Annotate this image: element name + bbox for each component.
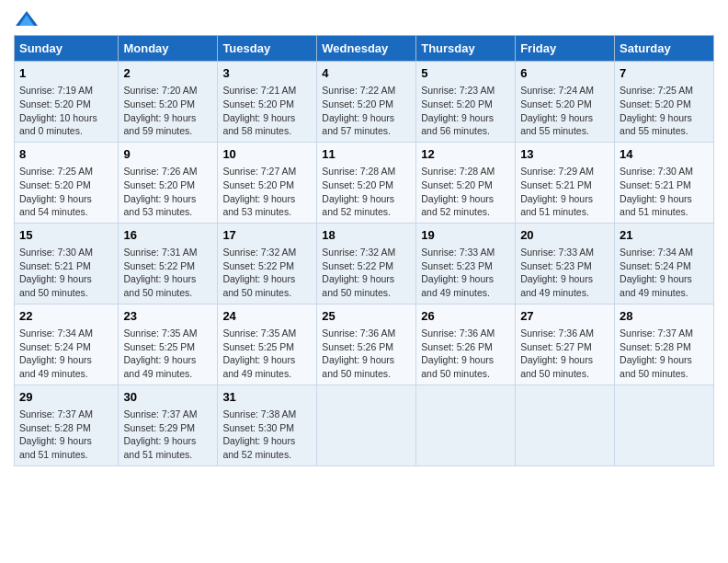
- day-number: 15: [19, 227, 113, 244]
- week-row-5: 29Sunrise: 7:37 AM Sunset: 5:28 PM Dayli…: [15, 385, 714, 465]
- calendar-table: SundayMondayTuesdayWednesdayThursdayFrid…: [14, 35, 714, 466]
- day-number: 1: [19, 65, 113, 82]
- day-number: 29: [19, 389, 113, 406]
- day-number: 25: [322, 308, 411, 325]
- day-cell: 25Sunrise: 7:36 AM Sunset: 5:26 PM Dayli…: [317, 304, 416, 385]
- day-info: Sunrise: 7:37 AM Sunset: 5:28 PM Dayligh…: [19, 408, 113, 462]
- day-info: Sunrise: 7:32 AM Sunset: 5:22 PM Dayligh…: [322, 246, 411, 300]
- day-info: Sunrise: 7:36 AM Sunset: 5:27 PM Dayligh…: [520, 327, 609, 381]
- day-number: 26: [421, 308, 510, 325]
- day-cell: 20Sunrise: 7:33 AM Sunset: 5:23 PM Dayli…: [516, 223, 615, 304]
- day-cell: 12Sunrise: 7:28 AM Sunset: 5:20 PM Dayli…: [416, 142, 516, 223]
- day-cell: 11Sunrise: 7:28 AM Sunset: 5:20 PM Dayli…: [317, 142, 416, 223]
- day-info: Sunrise: 7:28 AM Sunset: 5:20 PM Dayligh…: [322, 165, 411, 219]
- day-info: Sunrise: 7:24 AM Sunset: 5:20 PM Dayligh…: [520, 84, 609, 138]
- day-number: 4: [322, 65, 411, 82]
- header-saturday: Saturday: [615, 36, 714, 62]
- day-number: 11: [322, 146, 411, 163]
- day-info: Sunrise: 7:25 AM Sunset: 5:20 PM Dayligh…: [19, 165, 113, 219]
- day-number: 21: [620, 227, 709, 244]
- day-cell: [516, 385, 615, 465]
- day-number: 17: [222, 227, 312, 244]
- day-cell: 27Sunrise: 7:36 AM Sunset: 5:27 PM Dayli…: [516, 304, 615, 385]
- day-cell: 24Sunrise: 7:35 AM Sunset: 5:25 PM Dayli…: [218, 304, 317, 385]
- day-cell: [615, 385, 714, 465]
- day-cell: 16Sunrise: 7:31 AM Sunset: 5:22 PM Dayli…: [119, 223, 218, 304]
- day-cell: 17Sunrise: 7:32 AM Sunset: 5:22 PM Dayli…: [218, 223, 317, 304]
- day-cell: 22Sunrise: 7:34 AM Sunset: 5:24 PM Dayli…: [15, 304, 119, 385]
- header-friday: Friday: [516, 36, 615, 62]
- day-cell: 10Sunrise: 7:27 AM Sunset: 5:20 PM Dayli…: [218, 142, 317, 223]
- day-cell: 26Sunrise: 7:36 AM Sunset: 5:26 PM Dayli…: [416, 304, 516, 385]
- day-number: 27: [520, 308, 609, 325]
- day-cell: 2Sunrise: 7:20 AM Sunset: 5:20 PM Daylig…: [119, 62, 218, 143]
- day-cell: 4Sunrise: 7:22 AM Sunset: 5:20 PM Daylig…: [317, 62, 416, 143]
- day-number: 13: [520, 146, 609, 163]
- day-info: Sunrise: 7:34 AM Sunset: 5:24 PM Dayligh…: [620, 246, 709, 300]
- day-cell: 13Sunrise: 7:29 AM Sunset: 5:21 PM Dayli…: [516, 142, 615, 223]
- day-number: 14: [620, 146, 709, 163]
- day-number: 7: [620, 65, 709, 82]
- header: [14, 9, 714, 29]
- day-cell: 18Sunrise: 7:32 AM Sunset: 5:22 PM Dayli…: [317, 223, 416, 304]
- day-number: 16: [123, 227, 212, 244]
- day-cell: 19Sunrise: 7:33 AM Sunset: 5:23 PM Dayli…: [416, 223, 516, 304]
- day-info: Sunrise: 7:37 AM Sunset: 5:29 PM Dayligh…: [123, 408, 212, 462]
- day-cell: 23Sunrise: 7:35 AM Sunset: 5:25 PM Dayli…: [119, 304, 218, 385]
- header-monday: Monday: [119, 36, 218, 62]
- day-number: 23: [123, 308, 212, 325]
- day-number: 3: [222, 65, 312, 82]
- day-info: Sunrise: 7:26 AM Sunset: 5:20 PM Dayligh…: [123, 165, 212, 219]
- day-info: Sunrise: 7:20 AM Sunset: 5:20 PM Dayligh…: [123, 84, 212, 138]
- day-info: Sunrise: 7:30 AM Sunset: 5:21 PM Dayligh…: [19, 246, 113, 300]
- day-info: Sunrise: 7:27 AM Sunset: 5:20 PM Dayligh…: [222, 165, 312, 219]
- day-info: Sunrise: 7:25 AM Sunset: 5:20 PM Dayligh…: [620, 84, 709, 138]
- day-cell: 9Sunrise: 7:26 AM Sunset: 5:20 PM Daylig…: [119, 142, 218, 223]
- day-cell: 14Sunrise: 7:30 AM Sunset: 5:21 PM Dayli…: [615, 142, 714, 223]
- day-cell: 7Sunrise: 7:25 AM Sunset: 5:20 PM Daylig…: [615, 62, 714, 143]
- day-cell: [317, 385, 416, 465]
- header-sunday: Sunday: [15, 36, 119, 62]
- day-number: 22: [19, 308, 113, 325]
- header-wednesday: Wednesday: [317, 36, 416, 62]
- day-info: Sunrise: 7:28 AM Sunset: 5:20 PM Dayligh…: [421, 165, 510, 219]
- day-cell: 31Sunrise: 7:38 AM Sunset: 5:30 PM Dayli…: [218, 385, 317, 465]
- day-info: Sunrise: 7:30 AM Sunset: 5:21 PM Dayligh…: [620, 165, 709, 219]
- day-info: Sunrise: 7:35 AM Sunset: 5:25 PM Dayligh…: [222, 327, 312, 381]
- day-number: 18: [322, 227, 411, 244]
- day-info: Sunrise: 7:31 AM Sunset: 5:22 PM Dayligh…: [123, 246, 212, 300]
- logo-icon: [14, 9, 40, 29]
- day-info: Sunrise: 7:19 AM Sunset: 5:20 PM Dayligh…: [19, 84, 113, 138]
- day-info: Sunrise: 7:23 AM Sunset: 5:20 PM Dayligh…: [421, 84, 510, 138]
- week-row-1: 1Sunrise: 7:19 AM Sunset: 5:20 PM Daylig…: [15, 62, 714, 143]
- day-number: 20: [520, 227, 609, 244]
- header-row: SundayMondayTuesdayWednesdayThursdayFrid…: [15, 36, 714, 62]
- header-thursday: Thursday: [416, 36, 516, 62]
- day-info: Sunrise: 7:35 AM Sunset: 5:25 PM Dayligh…: [123, 327, 212, 381]
- day-cell: 29Sunrise: 7:37 AM Sunset: 5:28 PM Dayli…: [15, 385, 119, 465]
- week-row-2: 8Sunrise: 7:25 AM Sunset: 5:20 PM Daylig…: [15, 142, 714, 223]
- day-number: 30: [123, 389, 212, 406]
- day-number: 5: [421, 65, 510, 82]
- day-info: Sunrise: 7:36 AM Sunset: 5:26 PM Dayligh…: [421, 327, 510, 381]
- day-cell: 8Sunrise: 7:25 AM Sunset: 5:20 PM Daylig…: [15, 142, 119, 223]
- day-info: Sunrise: 7:29 AM Sunset: 5:21 PM Dayligh…: [520, 165, 609, 219]
- day-number: 8: [19, 146, 113, 163]
- day-cell: 30Sunrise: 7:37 AM Sunset: 5:29 PM Dayli…: [119, 385, 218, 465]
- day-number: 28: [620, 308, 709, 325]
- day-number: 10: [222, 146, 312, 163]
- day-number: 31: [222, 389, 312, 406]
- day-info: Sunrise: 7:21 AM Sunset: 5:20 PM Dayligh…: [222, 84, 312, 138]
- day-cell: 28Sunrise: 7:37 AM Sunset: 5:28 PM Dayli…: [615, 304, 714, 385]
- week-row-3: 15Sunrise: 7:30 AM Sunset: 5:21 PM Dayli…: [15, 223, 714, 304]
- day-number: 9: [123, 146, 212, 163]
- day-info: Sunrise: 7:32 AM Sunset: 5:22 PM Dayligh…: [222, 246, 312, 300]
- day-info: Sunrise: 7:34 AM Sunset: 5:24 PM Dayligh…: [19, 327, 113, 381]
- day-number: 24: [222, 308, 312, 325]
- day-info: Sunrise: 7:33 AM Sunset: 5:23 PM Dayligh…: [520, 246, 609, 300]
- day-cell: 3Sunrise: 7:21 AM Sunset: 5:20 PM Daylig…: [218, 62, 317, 143]
- day-info: Sunrise: 7:37 AM Sunset: 5:28 PM Dayligh…: [620, 327, 709, 381]
- header-tuesday: Tuesday: [218, 36, 317, 62]
- day-cell: [416, 385, 516, 465]
- day-info: Sunrise: 7:36 AM Sunset: 5:26 PM Dayligh…: [322, 327, 411, 381]
